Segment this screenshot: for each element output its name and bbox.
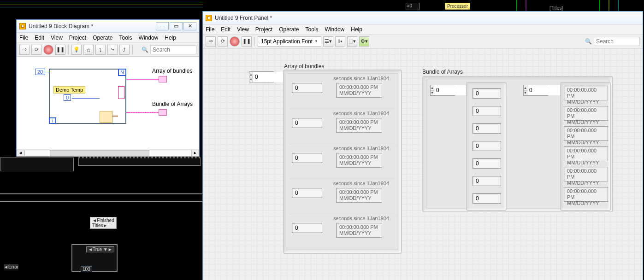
bd-search-input[interactable]	[150, 45, 196, 54]
maximize-button[interactable]: ▭	[170, 22, 183, 30]
bd-toolbar: ⇨ ⟳ ❚❚ 💡 ⎌ ⤵ ⤷ ⤴ 🔍	[17, 43, 199, 57]
fp-client[interactable]: Array of bundles ▲▼ 0seconds since 1Jan1…	[203, 48, 643, 280]
bundle-node[interactable]	[118, 86, 124, 99]
bd-client[interactable]: 20 N i Demo Temp 0 Array of bundles Bund…	[17, 57, 199, 149]
abort-button[interactable]	[230, 36, 240, 47]
bundle-of-arrays-cluster: ▲▼ 0000000 ▲▼ 00:00:00.000 PMMM/DD/YYYY0…	[422, 76, 613, 212]
menu-operate[interactable]: Operate	[93, 35, 112, 41]
aob-ts-0[interactable]: 00:00:00.000 PMMM/DD/YYYY	[336, 83, 382, 98]
menu-operate[interactable]: Operate	[279, 26, 299, 33]
aob-ts-3[interactable]: 00:00:00.000 PMMM/DD/YYYY	[336, 188, 382, 203]
menu-window[interactable]: Window	[139, 35, 159, 41]
boa-num-3[interactable]: 0	[473, 141, 501, 151]
step-into-button[interactable]: ⤵	[95, 45, 106, 55]
aob-num-0[interactable]: 0	[292, 83, 322, 93]
bg-finished-titles: ◄Finished Titles►	[90, 217, 117, 229]
boa-ts-5[interactable]: 00:00:00.000 PMMM/DD/YYYY	[564, 187, 608, 202]
dropdown-icon: ▼	[314, 39, 318, 43]
up-icon[interactable]: ▲	[249, 72, 253, 77]
boa-num-6[interactable]: 0	[473, 193, 501, 204]
demo-temp-value[interactable]: 0	[64, 94, 71, 101]
for-loop[interactable]: N i Demo Temp 0	[49, 69, 126, 124]
boa-ts-2[interactable]: 00:00:00.000 PMMM/DD/YYYY	[564, 126, 608, 141]
close-button[interactable]: ✕	[183, 22, 196, 30]
array-of-bundles-cluster: 0seconds since 1Jan190400:00:00.000 PMMM…	[283, 70, 402, 254]
boa-num-0[interactable]: 0	[473, 88, 501, 99]
run-continuous-button[interactable]: ⟳	[218, 36, 228, 47]
aob-ts-4[interactable]: 00:00:00.000 PMMM/DD/YYYY	[336, 223, 382, 238]
step-out-button[interactable]: ⤴	[119, 45, 130, 55]
aob-num-1[interactable]: 0	[292, 118, 322, 128]
aob-ts-2[interactable]: 00:00:00.000 PMMM/DD/YYYY	[336, 153, 382, 168]
aob-num-4[interactable]: 0	[292, 223, 322, 233]
fp-titlebar[interactable]: Untitled 9 Front Panel *	[203, 12, 643, 24]
aob-tslabel-4: seconds since 1Jan1904	[333, 216, 389, 221]
menu-project[interactable]: Project	[255, 26, 272, 33]
block-diagram-window: Untitled 9 Block Diagram * — ▭ ✕ File Ed…	[16, 19, 200, 157]
array-of-bundles-label: Array of bundles	[152, 68, 192, 74]
loop-n-terminal: N	[118, 69, 126, 76]
up-icon[interactable]: ▲	[524, 85, 527, 91]
highlight-exec-button[interactable]: 💡	[71, 45, 82, 55]
boa-col1-array: 0000000	[466, 82, 507, 211]
bg-error-case: ◄Error	[4, 264, 18, 269]
align-button[interactable]: ☰▾	[323, 36, 333, 47]
aob-num-2[interactable]: 0	[292, 153, 322, 163]
distribute-button[interactable]: ⫴▾	[335, 36, 345, 47]
menu-file[interactable]: File	[19, 35, 28, 41]
menu-window[interactable]: Window	[325, 26, 345, 33]
abort-button[interactable]	[43, 45, 53, 55]
menu-edit[interactable]: Edit	[221, 26, 230, 33]
down-icon[interactable]: ▼	[431, 91, 434, 96]
boa-num-4[interactable]: 0	[473, 158, 501, 169]
retain-wire-button[interactable]: ⎌	[83, 45, 94, 55]
bd-h-scrollbar[interactable]: ◄►	[17, 149, 199, 157]
aob-tslabel-3: seconds since 1Jan1904	[333, 181, 389, 186]
front-panel-window: Untitled 9 Front Panel * File Edit View …	[202, 11, 643, 280]
minimize-button[interactable]: —	[156, 22, 169, 30]
up-icon[interactable]: ▲	[431, 85, 434, 91]
run-button[interactable]: ⇨	[206, 36, 216, 47]
loop-count-constant[interactable]: 20	[35, 69, 45, 75]
boa-ts-4[interactable]: 00:00:00.000 PMMM/DD/YYYY	[564, 167, 608, 181]
aob-num-3[interactable]: 0	[292, 188, 322, 198]
menu-view[interactable]: View	[51, 35, 63, 41]
bd-titlebar[interactable]: Untitled 9 Block Diagram * — ▭ ✕	[17, 20, 199, 33]
menu-file[interactable]: File	[206, 26, 214, 33]
fp-search-input[interactable]	[594, 37, 640, 46]
down-icon[interactable]: ▼	[249, 77, 253, 82]
timestamp-node[interactable]	[100, 111, 112, 123]
bundle-of-arrays-indicator[interactable]	[159, 109, 167, 116]
boa-ts-0[interactable]: 00:00:00.000 PMMM/DD/YYYY	[564, 86, 608, 100]
menu-tools[interactable]: Tools	[119, 35, 132, 41]
boa-col2-array: 00:00:00.000 PMMM/DD/YYYY00:00:00.000 PM…	[560, 82, 611, 211]
loop-i-terminal: i	[49, 117, 56, 124]
aob-tslabel-0: seconds since 1Jan1904	[333, 76, 389, 81]
resize-button[interactable]: ⬚▾	[347, 36, 357, 47]
boa-col2-index[interactable]: ▲▼	[523, 85, 548, 96]
aob-ts-1[interactable]: 00:00:00.000 PMMM/DD/YYYY	[336, 118, 382, 133]
down-icon[interactable]: ▼	[524, 91, 527, 96]
menu-help[interactable]: Help	[165, 35, 176, 41]
menu-project[interactable]: Project	[69, 35, 86, 41]
step-over-button[interactable]: ⤷	[107, 45, 118, 55]
boa-num-1[interactable]: 0	[473, 106, 501, 116]
aob-index-control[interactable]: ▲▼	[249, 71, 274, 82]
pause-button[interactable]: ❚❚	[242, 36, 252, 47]
menu-help[interactable]: Help	[351, 26, 362, 33]
bd-title: Untitled 9 Block Diagram *	[29, 23, 93, 29]
menu-tools[interactable]: Tools	[306, 26, 319, 33]
boa-col1-index[interactable]: ▲▼	[430, 85, 455, 96]
reorder-button[interactable]: ⚙▾	[359, 36, 369, 47]
boa-ts-3[interactable]: 00:00:00.000 PMMM/DD/YYYY	[564, 146, 608, 161]
menu-edit[interactable]: Edit	[35, 35, 44, 41]
boa-num-5[interactable]: 0	[473, 176, 501, 186]
menu-view[interactable]: View	[237, 26, 249, 33]
array-of-bundles-indicator[interactable]	[159, 76, 167, 82]
pause-button[interactable]: ❚❚	[55, 45, 65, 55]
font-selector[interactable]: 15pt Application Font ▼	[258, 36, 321, 47]
run-button[interactable]: ⇨	[19, 45, 30, 55]
boa-ts-1[interactable]: 00:00:00.000 PMMM/DD/YYYY	[564, 106, 608, 121]
run-continuous-button[interactable]: ⟳	[31, 45, 41, 55]
boa-num-2[interactable]: 0	[473, 123, 501, 134]
